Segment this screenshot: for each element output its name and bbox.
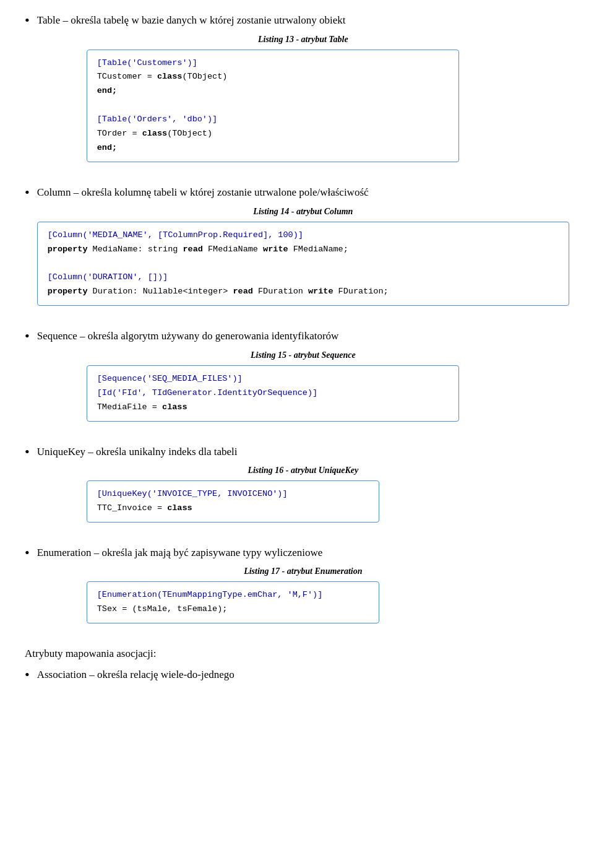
code-line: property Duration: Nullable<integer> rea… bbox=[48, 287, 389, 296]
code-line: TTC_Invoice = class bbox=[97, 503, 192, 513]
code-line: TMediaFile = class bbox=[97, 402, 187, 412]
listing-15-code: [Sequence('SEQ_MEDIA_FILES')] [Id('FId',… bbox=[87, 365, 459, 422]
code-line: [Id('FId', TIdGenerator.IdentityOrSequen… bbox=[97, 388, 317, 397]
code-line: TSex = (tsMale, tsFemale); bbox=[97, 604, 228, 614]
code-line: TOrder = class(TObject) bbox=[97, 129, 212, 138]
code-line: [Sequence('SEQ_MEDIA_FILES')] bbox=[97, 374, 243, 383]
bullet-dot: • bbox=[25, 545, 30, 561]
footer-heading: Atrybuty mapowania asocjacji: bbox=[25, 646, 569, 662]
sequence-description: Sequence – określa algorytm używany do g… bbox=[37, 328, 569, 344]
bullet-dot: • bbox=[25, 444, 30, 460]
uniquekey-bullet-item: • UniqueKey – określa unikalny indeks dl… bbox=[25, 444, 569, 535]
code-line: [Table('Customers')] bbox=[97, 58, 197, 67]
listing-16-code: [UniqueKey('INVOICE_TYPE, INVOICENO')] T… bbox=[87, 480, 379, 523]
bullet-dot: • bbox=[25, 667, 30, 683]
code-line: [Enumeration(TEnumMappingType.emChar, 'M… bbox=[97, 590, 323, 599]
table-bullet-item: • Table – określa tabelę w bazie danych … bbox=[25, 12, 569, 175]
code-line: TCustomer = class(TObject) bbox=[97, 72, 228, 81]
bullet-dot: • bbox=[25, 328, 30, 344]
uniquekey-description: UniqueKey – określa unikalny indeks dla … bbox=[37, 444, 569, 460]
enumeration-content: Enumeration – określa jak mają być zapis… bbox=[37, 545, 569, 636]
code-line: end; bbox=[97, 143, 117, 152]
listing-17-code: [Enumeration(TEnumMappingType.emChar, 'M… bbox=[87, 581, 379, 623]
footer-section: Atrybuty mapowania asocjacji: • Associat… bbox=[25, 646, 569, 683]
code-line: property MediaName: string read FMediaNa… bbox=[48, 245, 348, 254]
listing-15-title: Listing 15 - atrybut Sequence bbox=[37, 350, 569, 360]
sequence-bullet-item: • Sequence – określa algorytm używany do… bbox=[25, 328, 569, 433]
code-line: [Column('MEDIA_NAME', [TColumnProp.Requi… bbox=[48, 230, 303, 240]
listing-17-title: Listing 17 - atrybut Enumeration bbox=[37, 566, 569, 576]
code-line: end; bbox=[97, 86, 117, 95]
bullet-dot: • bbox=[25, 12, 30, 28]
listing-13-code: [Table('Customers')] TCustomer = class(T… bbox=[87, 50, 459, 163]
code-line: [Table('Orders', 'dbo')] bbox=[97, 115, 217, 124]
table-content: Table – określa tabelę w bazie danych w … bbox=[37, 12, 569, 175]
listing-14-code: [Column('MEDIA_NAME', [TColumnProp.Requi… bbox=[37, 222, 569, 306]
listing-16-title: Listing 16 - atrybut UniqueKey bbox=[37, 466, 569, 475]
code-line: [UniqueKey('INVOICE_TYPE, INVOICENO')] bbox=[97, 489, 288, 498]
enumeration-bullet-item: • Enumeration – określa jak mają być zap… bbox=[25, 545, 569, 636]
table-description: Table – określa tabelę w bazie danych w … bbox=[37, 12, 569, 28]
code-line: [Column('DURATION', [])] bbox=[48, 272, 168, 282]
uniquekey-content: UniqueKey – określa unikalny indeks dla … bbox=[37, 444, 569, 535]
association-bullet-item: • Association – określa relację wiele-do… bbox=[25, 667, 569, 683]
column-description: Column – określa kolumnę tabeli w której… bbox=[37, 184, 569, 201]
association-description: Association – określa relację wiele-do-j… bbox=[37, 667, 235, 683]
column-content: Column – określa kolumnę tabeli w której… bbox=[37, 184, 569, 318]
column-bullet-item: • Column – określa kolumnę tabeli w któr… bbox=[25, 184, 569, 318]
sequence-content: Sequence – określa algorytm używany do g… bbox=[37, 328, 569, 433]
listing-13-title: Listing 13 - atrybut Table bbox=[37, 35, 569, 45]
enumeration-description: Enumeration – określa jak mają być zapis… bbox=[37, 545, 569, 561]
listing-14-title: Listing 14 - atrybut Column bbox=[37, 207, 569, 217]
bullet-dot: • bbox=[25, 184, 30, 201]
